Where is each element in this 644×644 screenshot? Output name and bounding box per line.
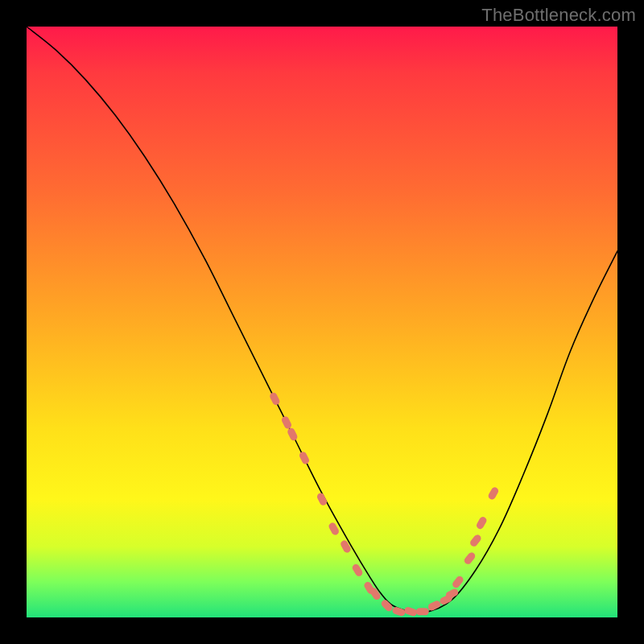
curve-marker	[469, 534, 482, 548]
highlighted-segment	[269, 391, 500, 617]
bottleneck-curve	[27, 27, 617, 613]
curve-marker	[403, 606, 418, 617]
curve-marker	[416, 608, 429, 615]
curve-marker	[391, 606, 406, 617]
watermark-text: TheBottleneck.com	[481, 5, 636, 26]
curve-marker	[463, 551, 477, 566]
plot-area	[27, 27, 617, 617]
curve-marker	[380, 598, 394, 613]
chart-svg	[27, 27, 617, 617]
curve-marker	[280, 415, 292, 430]
curve-marker	[340, 539, 353, 554]
curve-marker	[487, 486, 500, 501]
curve-marker	[316, 492, 328, 506]
chart-frame: TheBottleneck.com	[0, 0, 644, 644]
curve-marker	[269, 391, 281, 406]
curve-marker	[287, 427, 299, 441]
curve-marker	[475, 515, 488, 530]
curve-marker	[298, 451, 310, 465]
